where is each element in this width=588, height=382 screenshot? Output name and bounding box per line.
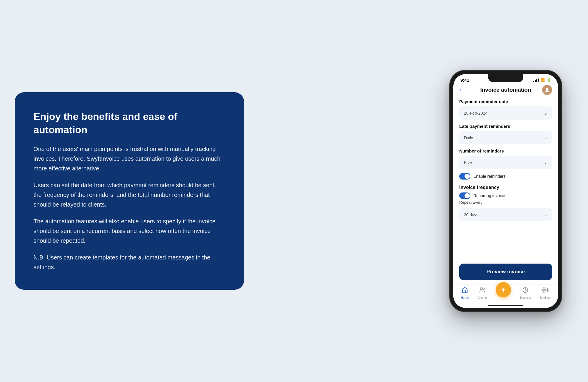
num-reminders-group: Number of reminders Five ⌄ xyxy=(459,148,552,169)
home-indicator xyxy=(488,305,523,306)
clients-icon xyxy=(479,287,485,295)
battery-icon: 🔋 xyxy=(547,78,551,82)
repeat-every-value: 30 days xyxy=(464,212,478,217)
enable-reminders-toggle[interactable] xyxy=(459,173,470,180)
nav-invoices[interactable]: Invoices xyxy=(520,287,531,299)
payment-reminder-select[interactable]: 20-Feb-2024 ⌄ xyxy=(459,106,552,120)
payment-reminder-value: 20-Feb-2024 xyxy=(464,111,487,115)
signal-bars-icon xyxy=(533,78,539,82)
phone-frame: 9:41 📶 🔋 ‹ Invoice xyxy=(450,71,562,311)
recurring-invoice-toggle[interactable] xyxy=(459,192,470,199)
svg-point-0 xyxy=(546,88,548,90)
left-panel: Enjoy the benefits and ease of automatio… xyxy=(15,92,244,289)
card-heading: Enjoy the benefits and ease of automatio… xyxy=(34,110,225,136)
notch xyxy=(488,74,523,82)
avatar[interactable] xyxy=(542,85,552,95)
paragraph-1: One of the users' main pain points is fr… xyxy=(34,144,225,173)
app-header: ‹ Invoice automation xyxy=(453,84,558,96)
late-payment-group: Late payment reminders Daily ⌄ xyxy=(459,124,552,144)
late-payment-select[interactable]: Daily ⌄ xyxy=(459,131,552,144)
late-payment-value: Daily xyxy=(464,135,473,140)
svg-point-4 xyxy=(544,289,546,291)
bottom-nav: Home Clients xyxy=(453,284,558,305)
home-icon xyxy=(462,287,468,295)
page-container: Enjoy the benefits and ease of automatio… xyxy=(15,15,573,367)
right-panel: 9:41 📶 🔋 ‹ Invoice xyxy=(438,71,573,311)
num-reminders-label: Number of reminders xyxy=(459,148,552,153)
add-button[interactable]: + xyxy=(496,282,511,297)
invoice-frequency-label: Invoice frequency xyxy=(459,185,552,190)
recurring-invoice-label: Recurring invoice xyxy=(473,193,505,198)
svg-point-1 xyxy=(480,288,482,290)
bar3 xyxy=(536,79,537,82)
bar4 xyxy=(538,78,539,82)
back-button[interactable]: ‹ xyxy=(459,86,461,94)
nav-clients[interactable]: Clients xyxy=(478,287,487,299)
preview-invoice-button[interactable]: Preview invoice xyxy=(459,264,552,280)
nav-home-label: Home xyxy=(461,296,469,299)
nav-clients-label: Clients xyxy=(478,296,487,299)
paragraph-4: N.B. Users can create templates for the … xyxy=(34,253,225,272)
info-card: Enjoy the benefits and ease of automatio… xyxy=(15,92,244,289)
nav-invoices-label: Invoices xyxy=(520,296,531,299)
late-payment-label: Late payment reminders xyxy=(459,124,552,129)
screen-title: Invoice automation xyxy=(480,87,531,93)
paragraph-3: The automation features will also enable… xyxy=(34,217,225,246)
chevron-down-icon: ⌄ xyxy=(544,110,547,116)
phone-screen: 9:41 📶 🔋 ‹ Invoice xyxy=(453,74,558,308)
status-time: 9:41 xyxy=(460,78,469,83)
bar1 xyxy=(533,81,534,82)
paragraph-2: Users can set the date from which paymen… xyxy=(34,180,225,210)
enable-reminders-row: Enable reminders xyxy=(459,173,552,180)
status-bar: 9:41 📶 🔋 xyxy=(453,74,558,84)
recurring-invoice-row: Recurring invoice xyxy=(459,192,552,199)
nav-settings-label: Settings xyxy=(540,296,550,299)
chevron-down-icon-4: ⌄ xyxy=(544,212,547,217)
app-content: Payment reminder date 20-Feb-2024 ⌄ Late… xyxy=(453,96,558,264)
wifi-icon: 📶 xyxy=(540,78,545,82)
plus-icon: + xyxy=(501,286,506,294)
nav-settings[interactable]: Settings xyxy=(540,287,550,299)
status-icons: 📶 🔋 xyxy=(533,78,551,82)
invoices-icon xyxy=(522,287,529,295)
settings-icon xyxy=(542,287,549,295)
payment-reminder-label: Payment reminder date xyxy=(459,99,552,104)
repeat-every-label: Repeat Every xyxy=(459,200,552,205)
repeat-every-select[interactable]: 30 days ⌄ xyxy=(459,208,552,221)
svg-point-2 xyxy=(483,288,485,290)
enable-reminders-label: Enable reminders xyxy=(473,174,506,179)
num-reminders-value: Five xyxy=(464,160,472,165)
chevron-down-icon-3: ⌄ xyxy=(544,160,547,165)
chevron-down-icon-2: ⌄ xyxy=(544,135,547,140)
nav-home[interactable]: Home xyxy=(461,287,469,299)
num-reminders-select[interactable]: Five ⌄ xyxy=(459,156,552,169)
invoice-frequency-group: Invoice frequency Recurring invoice Repe… xyxy=(459,184,552,221)
bar2 xyxy=(535,80,536,82)
payment-reminder-group: Payment reminder date 20-Feb-2024 ⌄ xyxy=(459,99,552,120)
